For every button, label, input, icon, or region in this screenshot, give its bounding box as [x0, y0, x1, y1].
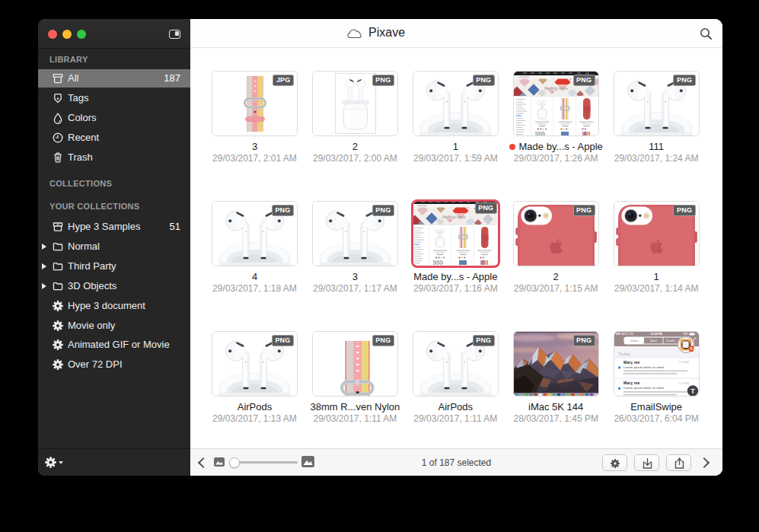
- svg-text:9:47 AM: 9:47 AM: [678, 361, 688, 364]
- svg-text:12:04 PM: 12:04 PM: [650, 333, 662, 336]
- svg-text:Today: Today: [618, 352, 630, 356]
- svg-text:Sent: Sent: [650, 339, 658, 342]
- svg-text:9:47 AM: 9:47 AM: [678, 382, 688, 385]
- svg-text:Inbox: Inbox: [630, 339, 639, 342]
- svg-text:78%: 78%: [683, 333, 688, 336]
- svg-text:Mary, me: Mary, me: [623, 360, 640, 365]
- svg-text:Lorem ipsum dolor sit amet: Lorem ipsum dolor sit amet: [623, 386, 665, 390]
- svg-text:Made by Apple: Made by Apple: [544, 87, 568, 91]
- svg-text:Mary, me: Mary, me: [623, 381, 640, 385]
- svg-text:Lorem ipsum dolor sit amet: Lorem ipsum dolor sit amet: [623, 365, 665, 369]
- svg-text:Made by Apple: Made by Apple: [442, 215, 466, 219]
- svg-text:5: 5: [690, 346, 692, 351]
- svg-text:AT&T LTE: AT&T LTE: [621, 333, 633, 336]
- svg-text:T: T: [690, 387, 695, 395]
- svg-text:Drafts: Drafts: [666, 339, 676, 342]
